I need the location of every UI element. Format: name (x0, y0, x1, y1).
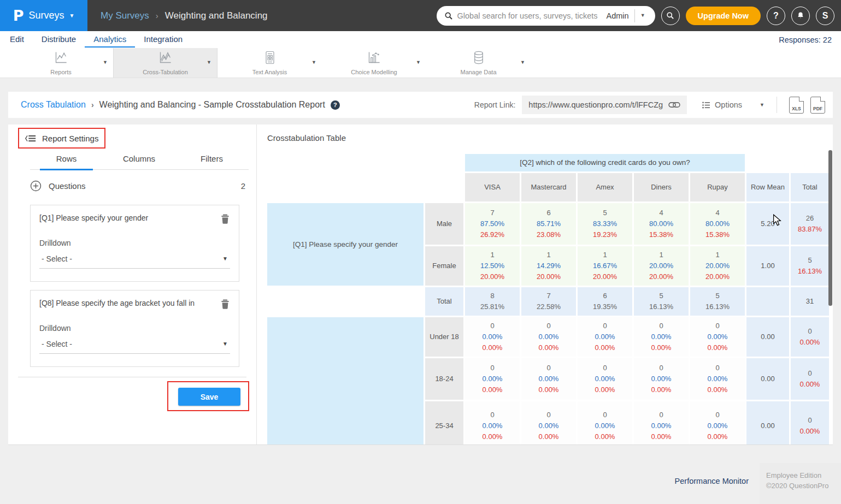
vertical-scrollbar[interactable] (828, 150, 832, 306)
data-cell: 00.00%0.00% (521, 358, 576, 400)
question-title: [Q1] Please specify your gender (39, 214, 220, 222)
data-cell: 685.71%23.08% (521, 203, 576, 245)
row-total-cell: 00.00% (791, 401, 829, 444)
data-cell: 787.50%26.92% (465, 203, 520, 245)
add-question-icon[interactable] (30, 180, 42, 192)
save-button[interactable]: Save (178, 388, 240, 406)
report-link-url: https://www.questionpro.com/t/lFFCZg (528, 100, 663, 109)
questionpro-logo-icon: P (13, 7, 24, 24)
upgrade-now-button[interactable]: Upgrade Now (686, 7, 761, 25)
report-settings-panel: Report Settings RowsColumnsFilters Quest… (8, 124, 257, 444)
settings-tab-rows[interactable]: Rows (30, 154, 103, 169)
report-help-icon[interactable]: ? (331, 100, 340, 110)
search-scope-dropdown[interactable]: ▼ (635, 13, 650, 18)
toolbar-item-reports[interactable]: Reports▼ (9, 48, 113, 78)
nav-tab-edit[interactable]: Edit (1, 32, 33, 48)
search-input[interactable] (457, 11, 601, 20)
trash-icon (220, 217, 230, 226)
toolbar-item-text-analysis[interactable]: Text Analysis▼ (217, 48, 322, 78)
chevron-down-icon[interactable]: ▼ (416, 60, 421, 65)
options-dropdown[interactable]: Options ▼ (702, 100, 764, 109)
toolbar-item-choice-modelling[interactable]: Choice Modelling▼ (322, 48, 426, 78)
data-cell: 120.00%20.00% (690, 246, 745, 286)
chevron-down-icon[interactable]: ▼ (520, 60, 525, 65)
row-mean-header: Row Mean (746, 173, 789, 201)
report-link-field[interactable]: https://www.questionpro.com/t/lFFCZg (522, 96, 687, 114)
data-cell: 00.00%0.00% (521, 401, 576, 444)
edition-label: Employee Edition (766, 470, 836, 481)
toolbar-item-manage-data[interactable]: Manage Data▼ (426, 48, 531, 78)
toolbar-item-label: Reports (50, 69, 72, 75)
questions-label: Questions (49, 181, 86, 191)
trash-icon (220, 302, 230, 311)
total-data-cell: 619.35% (578, 287, 632, 316)
breadcrumb-current-survey: Weighting and Balancing (165, 10, 268, 21)
grand-total-cell: 31 (791, 287, 829, 316)
chevron-down-icon[interactable]: ▼ (311, 60, 316, 65)
question-card-1: [Q1] Please specify your genderDrilldown… (30, 205, 239, 282)
drilldown-select[interactable]: - Select -▼ (39, 340, 230, 354)
row-total-cell: 00.00% (791, 317, 829, 357)
link-icon[interactable] (668, 101, 680, 109)
export-pdf-button[interactable]: PDF (810, 97, 825, 114)
row-mean-cell: 1.00 (746, 246, 789, 286)
chevron-down-icon[interactable]: ▼ (207, 60, 211, 65)
report-settings-toggle[interactable]: Report Settings (18, 128, 105, 149)
total-row-label: Total (425, 287, 463, 316)
chevron-down-icon[interactable]: ▼ (103, 60, 108, 65)
text-document-icon (263, 50, 277, 67)
row-total-cell: 2683.87% (791, 203, 829, 245)
drilldown-select[interactable]: - Select -▼ (39, 254, 230, 269)
export-xls-button[interactable]: XLS (789, 97, 804, 114)
options-label: Options (715, 100, 742, 109)
nav-tab-distribute[interactable]: Distribute (33, 32, 85, 48)
settings-tab-columns[interactable]: Columns (103, 154, 175, 169)
data-cell: 00.00%0.00% (690, 358, 745, 400)
delete-question-button[interactable] (220, 214, 230, 227)
pdf-icon: PDF (811, 106, 825, 111)
user-avatar[interactable]: S (816, 7, 834, 25)
data-cell: 00.00%0.00% (465, 401, 520, 444)
performance-monitor-link[interactable]: Performance Monitor (675, 477, 749, 485)
chevron-down-icon: ▼ (222, 256, 228, 262)
column-header-rupay: Rupay (690, 173, 745, 201)
settings-tab-filters[interactable]: Filters (175, 154, 248, 169)
search-submit-button[interactable] (661, 7, 680, 25)
surveys-product-menu[interactable]: P Surveys ▼ (0, 0, 87, 31)
total-data-cell: 825.81% (465, 287, 520, 316)
data-cell: 00.00%0.00% (578, 358, 632, 400)
delete-question-button[interactable] (220, 299, 230, 312)
avatar-initial: S (822, 11, 828, 21)
help-button[interactable]: ? (767, 7, 785, 25)
question-card-header: [Q1] Please specify your gender (39, 214, 230, 227)
data-cell: 120.00%20.00% (634, 246, 689, 286)
analytics-toolbar: Reports▼Cross-Tabulation▼Text Analysis▼C… (0, 48, 841, 78)
drilldown-label: Drilldown (39, 324, 230, 333)
data-cell: 114.29%20.00% (521, 246, 576, 286)
nav-tab-analytics[interactable]: Analytics (85, 32, 135, 48)
data-cell: 00.00%0.00% (634, 358, 689, 400)
total-header: Total (791, 173, 829, 201)
data-cell: 480.00%15.38% (690, 203, 745, 245)
cross-tabulation-link[interactable]: Cross Tabulation (21, 100, 86, 110)
data-cell: 00.00%0.00% (690, 401, 745, 444)
collapse-panel-icon (25, 134, 37, 143)
xls-icon: XLS (790, 106, 803, 111)
data-cell: 00.00%0.00% (690, 317, 745, 357)
toolbar-item-cross-tabulation[interactable]: Cross-Tabulation▼ (113, 48, 217, 78)
survey-nav: EditDistributeAnalyticsIntegration Respo… (0, 31, 841, 48)
data-cell: 00.00%0.00% (578, 401, 632, 444)
breadcrumb-my-surveys[interactable]: My Surveys (101, 10, 149, 21)
data-cell: 00.00%0.00% (634, 401, 689, 444)
page: P Surveys ▼ My Surveys › Weighting and B… (0, 0, 841, 504)
choice-chart-icon (367, 50, 381, 67)
nav-tab-integration[interactable]: Integration (135, 32, 191, 48)
crosstab-title: Crosstabulation Table (267, 133, 346, 143)
page-footer: Performance Monitor Employee Edition ©20… (0, 445, 841, 504)
chevron-down-icon: ▼ (222, 341, 228, 347)
questions-count: 2 (241, 181, 245, 191)
header-actions: Admin ▼ Upgrade Now ? S (437, 0, 834, 31)
report-actions: Report Link: https://www.questionpro.com… (474, 96, 825, 114)
notifications-button[interactable] (791, 7, 810, 25)
toolbar-item-label: Cross-Tabulation (143, 69, 188, 75)
